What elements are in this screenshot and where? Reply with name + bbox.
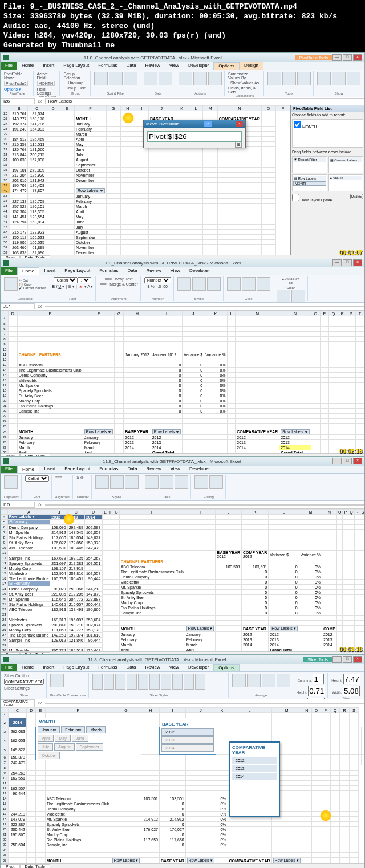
- find-icon[interactable]: [291, 290, 305, 303]
- collapse-icon[interactable]: ⊞: [235, 142, 242, 148]
- slicer-settings-btn[interactable]: Slicer Settings: [4, 686, 30, 690]
- formula-input[interactable]: Row Labels: [45, 98, 364, 104]
- tab-review[interactable]: Review: [141, 466, 165, 473]
- tab-home[interactable]: Home: [17, 664, 38, 671]
- slicer-style-thumb[interactable]: [172, 674, 182, 690]
- slicer-2012[interactable]: 2012: [232, 757, 277, 764]
- name-box[interactable]: COMPARATIVE YEAR: [1, 699, 35, 707]
- tab-pagelayout[interactable]: Page Layout: [59, 62, 94, 70]
- del-icon[interactable]: [242, 277, 256, 291]
- cs-icon[interactable]: [207, 277, 221, 291]
- fat-icon[interactable]: [192, 277, 206, 291]
- align-icon[interactable]: [277, 674, 290, 687]
- slicer-style-thumb[interactable]: [161, 674, 171, 690]
- paste-icon[interactable]: [4, 277, 18, 291]
- slicer-style-thumb[interactable]: [104, 674, 114, 690]
- fx-icon[interactable]: fx: [35, 99, 45, 104]
- update-btn[interactable]: Update: [350, 194, 363, 199]
- slicer-style-thumb[interactable]: [195, 674, 205, 690]
- tab-insert[interactable]: Insert: [39, 267, 60, 275]
- tab-view[interactable]: View: [166, 267, 185, 275]
- formula-input[interactable]: [45, 306, 364, 307]
- tab-insert[interactable]: Insert: [38, 664, 59, 671]
- cf-icon[interactable]: [177, 277, 191, 291]
- clear-icon[interactable]: [179, 72, 192, 85]
- sort-az-icon[interactable]: [94, 72, 108, 85]
- defer-check[interactable]: Defer Layout Update: [292, 198, 332, 202]
- slicer-2013[interactable]: 2013: [232, 765, 277, 772]
- field-month[interactable]: MONTH: [294, 125, 317, 129]
- comp-year-slicer[interactable]: COMPARATIVE YEAR 2012 2013 2014: [229, 741, 280, 817]
- tab-insert[interactable]: Insert: [39, 466, 60, 473]
- bring-fwd-icon[interactable]: [232, 674, 246, 687]
- area-row-labels[interactable]: ▤ Row Labels: [293, 176, 326, 181]
- cols-input[interactable]: [313, 674, 324, 684]
- tab-review[interactable]: Review: [140, 62, 164, 70]
- tab-options[interactable]: Options: [213, 62, 240, 70]
- tab-developer[interactable]: Developer: [184, 62, 213, 70]
- tab-view[interactable]: View: [165, 664, 184, 671]
- minimize-btn[interactable]: —: [332, 656, 342, 663]
- fp-btn[interactable]: 🖌 Format Painter: [19, 286, 46, 290]
- tab-formulas[interactable]: Formulas: [94, 62, 121, 70]
- maximize-btn[interactable]: □: [343, 458, 352, 464]
- formula-input[interactable]: [45, 504, 364, 506]
- chip-month[interactable]: MONTH: [293, 181, 326, 186]
- tab-pagelayout[interactable]: Page Layout: [60, 466, 95, 473]
- fx-icon[interactable]: fx: [35, 700, 45, 706]
- tab-developer[interactable]: Developer: [185, 267, 214, 275]
- slicer-style-thumb[interactable]: [115, 674, 125, 690]
- dialog-help[interactable]: ?: [204, 121, 211, 127]
- slicer-style-thumb[interactable]: [138, 674, 148, 690]
- fat-icon[interactable]: [110, 475, 124, 489]
- pivotchart-icon[interactable]: [267, 72, 281, 85]
- send-back-icon[interactable]: [247, 674, 261, 687]
- slicer-style-thumb[interactable]: [92, 674, 103, 690]
- find-icon[interactable]: [209, 475, 223, 489]
- minimize-btn[interactable]: —: [332, 259, 342, 266]
- sz-w-input[interactable]: [343, 686, 360, 696]
- sel-pane-icon[interactable]: [262, 674, 275, 687]
- cf-icon[interactable]: [95, 475, 109, 489]
- tab-view[interactable]: View: [166, 466, 185, 473]
- fill-btn[interactable]: Fill: [289, 282, 293, 285]
- pt-name[interactable]: PivotTable5: [4, 81, 28, 86]
- tab-data[interactable]: Data: [123, 267, 142, 275]
- tab-options[interactable]: Options: [213, 664, 240, 671]
- copy-btn[interactable]: 📋 Copy: [19, 282, 46, 286]
- tab-file[interactable]: File: [1, 466, 17, 473]
- fmt-icon[interactable]: [175, 475, 188, 489]
- fx-icon[interactable]: fx: [35, 304, 45, 309]
- tab-file[interactable]: File: [1, 267, 17, 275]
- cut-btn[interactable]: ✂ Cut: [19, 278, 46, 282]
- tab-view[interactable]: View: [165, 62, 184, 70]
- tab-home[interactable]: Home: [17, 466, 39, 473]
- af-val[interactable]: MONTH: [37, 81, 55, 86]
- refresh-icon[interactable]: [144, 72, 157, 85]
- tab-formulas[interactable]: Formulas: [94, 664, 121, 671]
- paste-icon[interactable]: [4, 475, 18, 489]
- ins-icon[interactable]: [145, 475, 159, 489]
- fieldlist-icon[interactable]: [317, 72, 331, 85]
- del-icon[interactable]: [160, 475, 173, 489]
- close-btn[interactable]: ×: [353, 656, 362, 663]
- whatif-icon[interactable]: [297, 72, 311, 85]
- slicer-style-thumb[interactable]: [184, 674, 194, 690]
- close-btn[interactable]: ×: [353, 54, 362, 61]
- fx-icon[interactable]: fx: [35, 502, 45, 507]
- sheet-datatable[interactable]: Data_Table: [20, 864, 50, 868]
- slicer-style-thumb[interactable]: [149, 674, 160, 690]
- maximize-btn[interactable]: □: [343, 656, 352, 663]
- tab-pagelayout[interactable]: Page Layout: [59, 664, 94, 671]
- tab-formulas[interactable]: Formulas: [95, 267, 123, 275]
- font-select[interactable]: Calibri: [54, 277, 78, 283]
- dialog-ref-input[interactable]: [147, 131, 242, 142]
- olap-icon[interactable]: [282, 72, 296, 85]
- maximize-btn[interactable]: □: [343, 54, 352, 61]
- cs-icon[interactable]: [125, 475, 139, 489]
- tab-pagelayout[interactable]: Page Layout: [60, 267, 95, 275]
- sz-h-input[interactable]: [343, 674, 360, 684]
- tab-data[interactable]: Data: [122, 664, 141, 671]
- wrap-btn[interactable]: Wrap Text: [115, 277, 132, 281]
- area-values[interactable]: Σ Values: [330, 176, 363, 180]
